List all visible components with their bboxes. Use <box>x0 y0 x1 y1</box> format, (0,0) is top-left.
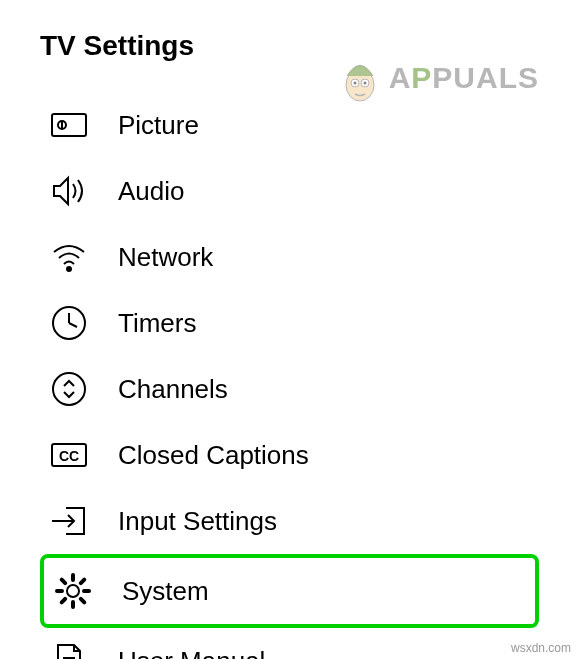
menu-label: Network <box>118 242 213 273</box>
menu-item-channels[interactable]: Channels <box>40 356 539 422</box>
svg-point-8 <box>67 267 71 271</box>
menu-item-audio[interactable]: Audio <box>40 158 539 224</box>
svg-point-4 <box>363 82 366 85</box>
menu-item-input-settings[interactable]: Input Settings <box>40 488 539 554</box>
cc-icon: CC <box>48 434 90 476</box>
menu-label: Audio <box>118 176 185 207</box>
menu-label: Picture <box>118 110 199 141</box>
settings-menu: Picture Audio Network <box>40 92 539 659</box>
picture-icon <box>48 104 90 146</box>
menu-item-timers[interactable]: Timers <box>40 290 539 356</box>
menu-label: User Manual <box>118 646 265 660</box>
menu-item-system[interactable]: System <box>40 554 539 628</box>
menu-item-closed-captions[interactable]: CC Closed Captions <box>40 422 539 488</box>
audio-icon <box>48 170 90 212</box>
appuals-watermark: APPUALS <box>335 50 539 105</box>
mascot-icon <box>335 50 385 105</box>
menu-label: Closed Captions <box>118 440 309 471</box>
menu-item-network[interactable]: Network <box>40 224 539 290</box>
footer-watermark: wsxdn.com <box>511 641 571 655</box>
menu-label: System <box>122 576 209 607</box>
svg-text:CC: CC <box>59 448 79 464</box>
input-icon <box>48 500 90 542</box>
svg-line-11 <box>69 323 77 327</box>
channels-icon <box>48 368 90 410</box>
svg-point-16 <box>67 585 79 597</box>
network-icon <box>48 236 90 278</box>
menu-item-user-manual[interactable]: User Manual <box>40 628 539 659</box>
timers-icon <box>48 302 90 344</box>
system-icon <box>52 570 94 612</box>
menu-label: Input Settings <box>118 506 277 537</box>
svg-point-3 <box>353 82 356 85</box>
menu-label: Channels <box>118 374 228 405</box>
menu-label: Timers <box>118 308 196 339</box>
svg-point-12 <box>53 373 85 405</box>
manual-icon <box>48 640 90 659</box>
watermark-text: APPUALS <box>389 61 539 95</box>
